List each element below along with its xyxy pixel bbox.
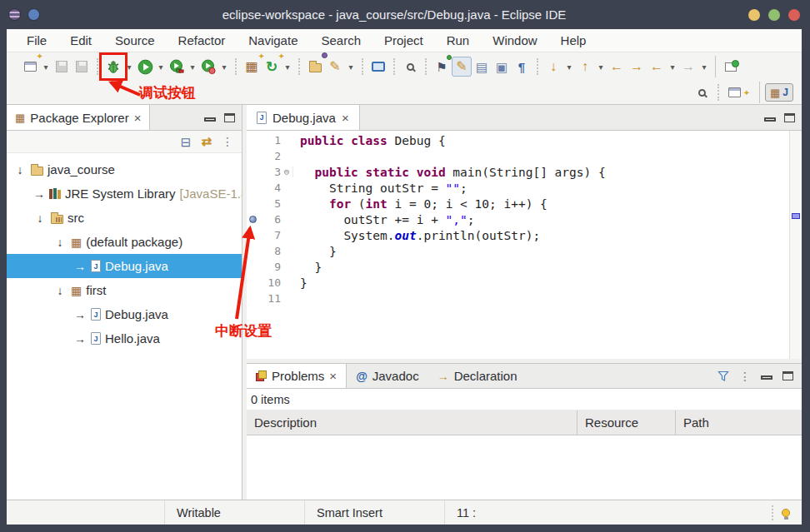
expander-expanded-icon[interactable]: ↓: [53, 284, 67, 297]
external-tools-button[interactable]: ↻✦: [262, 57, 282, 77]
maximize-button[interactable]: [768, 9, 780, 21]
tab-package-explorer[interactable]: ▦ Package Explorer ×: [7, 105, 150, 130]
tree-item-debug-java[interactable]: →JDebug.java: [7, 302, 242, 326]
menu-project[interactable]: Project: [372, 33, 435, 47]
editor-minimize-button[interactable]: [764, 117, 776, 122]
expander-collapsed-icon[interactable]: →: [73, 260, 87, 273]
pe-maximize-button[interactable]: [224, 113, 235, 122]
tab-debug-java[interactable]: J Debug.java ×: [247, 105, 360, 130]
code-line-8[interactable]: 8 }: [247, 243, 789, 259]
tab-problems[interactable]: Problems ×: [247, 364, 347, 388]
tip-lightbulb-icon[interactable]: [782, 509, 790, 517]
mark-occurrences-toggle[interactable]: ✎: [452, 57, 472, 77]
next-annotation-button[interactable]: ↓: [543, 57, 563, 77]
minimize-button[interactable]: [748, 9, 760, 21]
fold-collapse-icon[interactable]: ⊖: [281, 167, 293, 177]
code-area[interactable]: 1public class Debug {23⊖ public static v…: [247, 131, 789, 359]
code-line-2[interactable]: 2: [247, 148, 789, 164]
problems-minimize-button[interactable]: [761, 375, 772, 380]
new-java-project-button[interactable]: ▦✦: [242, 57, 262, 77]
code-text[interactable]: outStr += i + ",";: [293, 213, 789, 226]
breakpoint-icon[interactable]: [249, 216, 257, 223]
new-dropdown[interactable]: ▾: [40, 62, 52, 72]
menu-edit[interactable]: Edit: [58, 33, 103, 47]
code-text[interactable]: System.out.println(outStr);: [293, 229, 789, 242]
expander-expanded-icon[interactable]: ↓: [33, 211, 47, 225]
view-menu-button[interactable]: ⋮: [222, 135, 233, 148]
breakpoint-marker-icon[interactable]: [792, 213, 800, 219]
pe-minimize-button[interactable]: [204, 117, 216, 122]
debug-button[interactable]: [103, 57, 123, 77]
tree-item-first[interactable]: ↓▦first: [7, 278, 242, 302]
menu-refactor[interactable]: Refactor: [167, 33, 238, 47]
column-resource[interactable]: Resource: [578, 410, 676, 435]
code-text[interactable]: for (int i = 0; i < 10; i++) {: [293, 197, 789, 211]
save-all-button[interactable]: [72, 57, 92, 77]
pin-editor-button[interactable]: [721, 57, 741, 77]
task-flag-button[interactable]: ⚑: [432, 57, 452, 77]
search-dialog-button[interactable]: [400, 57, 420, 77]
code-line-6[interactable]: 6 outStr += i + ",";: [247, 211, 789, 227]
column-path[interactable]: Path: [676, 410, 802, 435]
code-text[interactable]: String outStr = "";: [293, 181, 789, 195]
editor-maximize-button[interactable]: [784, 113, 795, 122]
editor-tab-close-icon[interactable]: ×: [342, 111, 349, 125]
problems-maximize-button[interactable]: [782, 371, 793, 380]
link-with-editor-button[interactable]: ⇄: [201, 134, 212, 149]
code-text[interactable]: }: [293, 276, 789, 290]
menu-search[interactable]: Search: [309, 33, 372, 47]
save-button[interactable]: [52, 57, 72, 77]
code-text[interactable]: public class Debug {: [293, 134, 789, 147]
annotate-dropdown[interactable]: ▾: [345, 62, 357, 72]
problems-close-icon[interactable]: ×: [329, 369, 337, 383]
new-wizard-button[interactable]: ✦: [20, 57, 40, 77]
back-button[interactable]: ←: [647, 57, 667, 77]
menu-run[interactable]: Run: [435, 33, 482, 47]
filter-button[interactable]: [718, 370, 729, 382]
java-perspective-button[interactable]: ▦ J: [765, 83, 793, 102]
last-edit-location-button[interactable]: ←: [607, 57, 627, 77]
menu-window[interactable]: Window: [481, 33, 548, 47]
menu-navigate[interactable]: Navigate: [237, 33, 309, 47]
code-line-1[interactable]: 1public class Debug {: [247, 132, 789, 148]
annotate-button[interactable]: ✎: [325, 57, 345, 77]
open-console-button[interactable]: [368, 57, 388, 77]
open-perspective-button[interactable]: ✦: [724, 85, 754, 100]
expander-collapsed-icon[interactable]: →: [73, 308, 87, 321]
tree-item-debug-java[interactable]: →JDebug.java: [7, 254, 242, 278]
collapse-all-button[interactable]: ⊟: [181, 136, 192, 148]
run-button[interactable]: [135, 57, 155, 77]
show-whitespace-toggle[interactable]: ¶: [512, 57, 532, 77]
code-line-10[interactable]: 10}: [247, 275, 789, 291]
menu-help[interactable]: Help: [549, 33, 598, 47]
code-text[interactable]: public static void main(String[] args) {: [293, 166, 789, 179]
breakpoint-gutter[interactable]: [247, 216, 259, 223]
code-line-5[interactable]: 5 for (int i = 0; i < 10; i++) {: [247, 196, 789, 211]
code-line-4[interactable]: 4 String outStr = "";: [247, 180, 789, 196]
code-line-7[interactable]: 7 System.out.println(outStr);: [247, 227, 789, 243]
code-line-3[interactable]: 3⊖ public static void main(String[] args…: [247, 164, 789, 180]
next-edit-location-button[interactable]: →: [627, 57, 647, 77]
code-line-11[interactable]: 11: [247, 291, 789, 306]
profile-dropdown[interactable]: ▾: [218, 62, 230, 72]
tree-item-src[interactable]: ↓src: [7, 206, 242, 230]
open-task-button[interactable]: [305, 57, 325, 77]
close-button[interactable]: [788, 9, 800, 21]
caret-position-status[interactable]: 11 :: [445, 500, 545, 525]
forward-dropdown[interactable]: ▾: [698, 62, 710, 72]
back-dropdown[interactable]: ▾: [667, 62, 678, 72]
menu-source[interactable]: Source: [103, 33, 167, 47]
tree-item-jre-system-library[interactable]: →JRE System Library [JavaSE-1.8]: [7, 181, 242, 206]
profile-button[interactable]: [198, 57, 218, 77]
code-line-9[interactable]: 9 }: [247, 259, 789, 275]
expander-collapsed-icon[interactable]: →: [73, 332, 87, 346]
previous-annotation-dropdown[interactable]: ▾: [595, 62, 607, 72]
tab-declaration[interactable]: → Declaration: [428, 364, 527, 388]
tab-javadoc[interactable]: @ Javadoc: [347, 364, 428, 388]
external-tools-dropdown[interactable]: ▾: [282, 62, 293, 72]
expander-collapsed-icon[interactable]: →: [33, 187, 45, 201]
next-edit-button[interactable]: ▤: [472, 57, 492, 77]
tree-item-hello-java[interactable]: →JHello.java: [7, 326, 242, 351]
forward-button[interactable]: →: [678, 57, 698, 77]
next-annotation-dropdown[interactable]: ▾: [563, 62, 575, 72]
